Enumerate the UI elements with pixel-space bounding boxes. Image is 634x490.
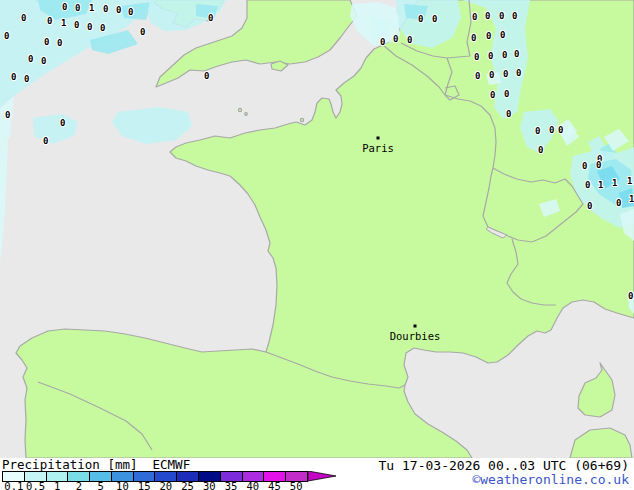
precip-value-marker: 0 <box>503 69 508 79</box>
precip-value-marker: 0 <box>587 201 592 211</box>
precip-value-marker: 0 <box>100 23 105 33</box>
colorbar-tick: 35 <box>225 480 238 490</box>
precip-patch <box>404 4 428 20</box>
precip-value-marker: 0 <box>116 5 121 15</box>
precip-value-marker: 0 <box>87 22 92 32</box>
colorbar-tick: 5 <box>98 480 104 490</box>
precip-value-marker: 0 <box>490 90 495 100</box>
channel-island <box>300 118 303 121</box>
precip-value-marker: 0 <box>538 145 543 155</box>
colorbar-tick: 15 <box>138 480 151 490</box>
precip-value-marker: 0 <box>103 4 108 14</box>
precip-value-marker: 0 <box>43 136 48 146</box>
colorbar-tick: 40 <box>246 480 259 490</box>
colorbar-tick: 0.1 <box>4 480 23 490</box>
precip-value-marker: 0 <box>24 74 29 84</box>
precip-value-marker: 0 <box>204 71 209 81</box>
precip-value-marker: 0 <box>208 13 213 23</box>
precip-value-marker: 0 <box>41 56 46 66</box>
colorbar-tick: 10 <box>116 480 129 490</box>
precip-value-marker: 1 <box>612 178 617 188</box>
precip-value-marker: 0 <box>485 11 490 21</box>
precip-value-marker: 0 <box>4 31 9 41</box>
colorbar-tick: 1 <box>54 480 60 490</box>
colorbar-tick: 50 <box>290 480 303 490</box>
copyright-text: ©weatheronline.co.uk <box>472 472 629 487</box>
precip-value-marker: 0 <box>512 11 517 21</box>
legend-unit-label: [mm] <box>107 457 137 472</box>
precip-value-marker: 0 <box>628 291 633 301</box>
precip-value-marker: 1 <box>598 180 603 190</box>
precip-value-marker: 0 <box>488 51 493 61</box>
precip-value-marker: 0 <box>474 52 479 62</box>
precip-value-marker: 0 <box>47 16 52 26</box>
colorbar-tick: 2 <box>76 480 82 490</box>
weather-map-page: 0010000010000000000000000000000000000000… <box>0 0 634 490</box>
precip-value-marker: 0 <box>62 2 67 12</box>
precip-value-marker: 0 <box>486 31 491 41</box>
precip-value-marker: 0 <box>5 110 10 120</box>
precip-value-marker: 0 <box>380 37 385 47</box>
precip-value-marker: 0 <box>60 118 65 128</box>
channel-island <box>245 113 248 116</box>
precip-value-marker: 0 <box>472 12 477 22</box>
precip-value-marker: 0 <box>585 180 590 190</box>
forecast-timestamp: Tu 17-03-2026 00..03 UTC (06+69) <box>379 458 629 473</box>
precip-value-marker: 0 <box>57 38 62 48</box>
precipitation-map: 0010000010000000000000000000000000000000… <box>0 0 634 458</box>
city-dot <box>377 137 380 140</box>
precip-value-marker: 0 <box>28 54 33 64</box>
legend-title: Precipitation [mm] ECMWF <box>2 457 190 472</box>
precip-value-marker: 0 <box>44 37 49 47</box>
precip-value-marker: 0 <box>75 3 80 13</box>
precip-value-marker: 0 <box>500 30 505 40</box>
precip-value-marker: 0 <box>475 71 480 81</box>
precip-value-marker: 0 <box>418 14 423 24</box>
precip-value-marker: 0 <box>140 27 145 37</box>
precip-value-marker: 0 <box>582 161 587 171</box>
precip-value-marker: 0 <box>506 109 511 119</box>
precip-value-marker: 0 <box>596 160 601 170</box>
precip-value-marker: 0 <box>499 11 504 21</box>
city-label: Dourbies <box>390 330 441 342</box>
precip-value-marker: 0 <box>432 14 437 24</box>
precip-value-marker: 0 <box>504 89 509 99</box>
precip-value-marker: 0 <box>74 20 79 30</box>
legend-product-label: Precipitation <box>2 457 100 472</box>
precip-value-marker: 1 <box>629 194 634 204</box>
precip-value-marker: 0 <box>489 70 494 80</box>
precip-value-marker: 0 <box>558 125 563 135</box>
precip-value-marker: 1 <box>61 18 66 28</box>
precip-value-marker: 1 <box>89 3 94 13</box>
legend-panel: Precipitation [mm] ECMWF 0.10.5125101520… <box>0 458 634 490</box>
precip-value-marker: 0 <box>11 72 16 82</box>
precip-value-marker: 0 <box>21 13 26 23</box>
precip-value-marker: 0 <box>516 68 521 78</box>
legend-model-label: ECMWF <box>153 457 191 472</box>
precip-value-marker: 0 <box>616 198 621 208</box>
city-label: Paris <box>362 142 394 154</box>
precip-value-marker: 0 <box>128 7 133 17</box>
colorbar-tick: 0.5 <box>26 480 45 490</box>
precip-value-marker: 0 <box>393 34 398 44</box>
precip-value-marker: 0 <box>514 49 519 59</box>
channel-island <box>238 108 241 111</box>
precip-value-marker: 0 <box>549 125 554 135</box>
colorbar-tick: 20 <box>160 480 173 490</box>
colorbar-tick-labels: 0.10.5125101520253035404550 <box>0 480 340 490</box>
colorbar-tick: 25 <box>181 480 194 490</box>
precip-value-marker: 0 <box>535 126 540 136</box>
precip-value-marker: 0 <box>471 33 476 43</box>
precip-value-marker: 0 <box>407 35 412 45</box>
city-dot <box>414 325 417 328</box>
colorbar-tick: 30 <box>203 480 216 490</box>
precip-value-marker: 1 <box>627 176 632 186</box>
precip-value-marker: 0 <box>502 50 507 60</box>
colorbar-tick: 45 <box>268 480 281 490</box>
